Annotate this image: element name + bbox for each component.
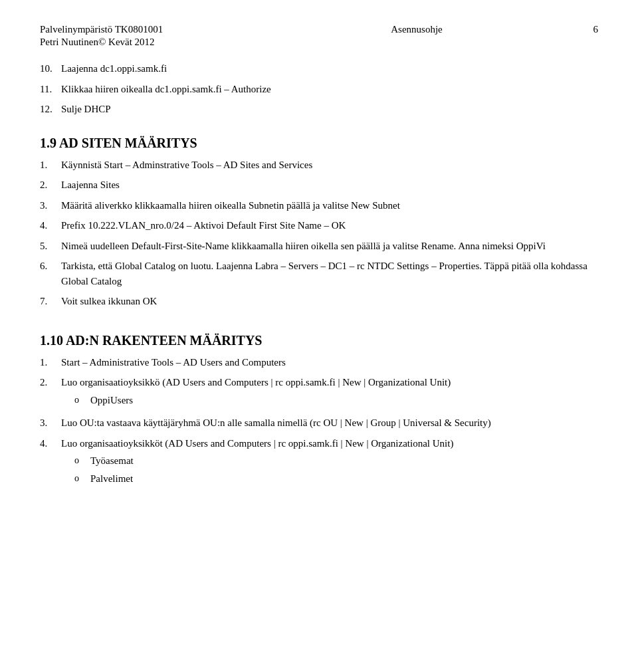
list-item: 1. Start – Administrative Tools – AD Use… <box>40 355 598 370</box>
step-number: 3. <box>40 198 61 213</box>
step-number: 10. <box>40 61 61 76</box>
step-text: Voit sulkea ikkunan OK <box>61 294 598 309</box>
step-number: 1. <box>40 158 61 173</box>
section9b-steps: 1. Käynnistä Start – Adminstrative Tools… <box>40 158 598 309</box>
section10-heading: 1.10 AD:N RAKENTEEN MÄÄRITYS <box>40 333 598 348</box>
step-number: 11. <box>40 82 61 97</box>
step-text: Start – Administrative Tools – AD Users … <box>61 355 598 370</box>
section10-steps: 1. Start – Administrative Tools – AD Use… <box>40 355 598 489</box>
header-table: Palvelinympäristö TK0801001 Asennusohje … <box>40 24 598 48</box>
new-badge: New <box>342 377 361 388</box>
header-page-number: 6 <box>593 24 599 35</box>
step-number: 5. <box>40 239 61 254</box>
step-text: Luo organisaatioyksikköt (AD Users and C… <box>61 436 598 489</box>
step-number: 2. <box>40 375 61 410</box>
sub-list-item: o Palvelimet <box>74 471 598 487</box>
list-item: 1. Käynnistä Start – Adminstrative Tools… <box>40 158 598 173</box>
step-number: 6. <box>40 259 61 288</box>
step-text: Laajenna dc1.oppi.samk.fi <box>61 61 598 76</box>
step-text: Määritä aliverkko klikkaamalla hiiren oi… <box>61 198 598 213</box>
bullet-icon: o <box>74 453 90 469</box>
sub-item-text: OppiUsers <box>90 393 598 408</box>
list-item: 12. Sulje DHCP <box>40 102 598 117</box>
list-item: 5. Nimeä uudelleen Default-First-Site-Na… <box>40 239 598 254</box>
step-number: 4. <box>40 436 61 489</box>
step-number: 12. <box>40 102 61 117</box>
step-text: Nimeä uudelleen Default-First-Site-Name … <box>61 239 598 254</box>
list-item: 3. Luo OU:ta vastaava käyttäjäryhmä OU:n… <box>40 415 598 431</box>
sub-list-item: o Työasemat <box>74 453 598 469</box>
header-col1-line1: Palvelinympäristö TK0801001 <box>40 24 163 35</box>
step-text: Laajenna Sites <box>61 177 598 193</box>
section9-heading: 1.9 AD SITEN MÄÄRITYS <box>40 136 598 151</box>
step-text: Prefix 10.222.VLAN_nro.0/24 – Aktivoi De… <box>61 218 598 233</box>
step-number: 4. <box>40 218 61 233</box>
list-item: 4. Prefix 10.222.VLAN_nro.0/24 – Aktivoi… <box>40 218 598 233</box>
bullet-icon: o <box>74 393 90 408</box>
sub-item-text: Palvelimet <box>90 471 598 487</box>
sub-item-text: Työasemat <box>90 453 598 469</box>
list-item: 4. Luo organisaatioyksikköt (AD Users an… <box>40 436 598 489</box>
list-item: 6. Tarkista, että Global Catalog on luot… <box>40 259 598 288</box>
step-text: Käynnistä Start – Adminstrative Tools – … <box>61 158 598 173</box>
list-item: 11. Klikkaa hiiren oikealla dc1.oppi.sam… <box>40 82 598 97</box>
step-text: Luo OU:ta vastaava käyttäjäryhmä OU:n al… <box>61 415 598 431</box>
step-text: Sulje DHCP <box>61 102 598 117</box>
step-number: 2. <box>40 177 61 193</box>
page: Palvelinympäristö TK0801001 Asennusohje … <box>0 0 638 672</box>
header-col2-line1: Asennusohje <box>391 24 443 35</box>
list-item: 10. Laajenna dc1.oppi.samk.fi <box>40 61 598 76</box>
step-number: 7. <box>40 294 61 309</box>
step-number: 3. <box>40 415 61 431</box>
list-item: 3. Määritä aliverkko klikkaamalla hiiren… <box>40 198 598 213</box>
list-item: 2. Laajenna Sites <box>40 177 598 193</box>
sub-list-item: o OppiUsers <box>74 393 598 408</box>
step-text: Klikkaa hiiren oikealla dc1.oppi.samk.fi… <box>61 82 598 97</box>
bullet-icon: o <box>74 471 90 487</box>
section9-steps: 10. Laajenna dc1.oppi.samk.fi 11. Klikka… <box>40 61 598 117</box>
step-text: Tarkista, että Global Catalog on luotu. … <box>61 259 598 288</box>
step-number: 1. <box>40 355 61 370</box>
sub-list: o OppiUsers <box>74 393 598 408</box>
header-col1-line2: Petri Nuutinen© Kevät 2012 <box>40 37 155 47</box>
sub-list: o Työasemat o Palvelimet <box>74 453 598 486</box>
list-item: 2. Luo organisaatioyksikkö (AD Users and… <box>40 375 598 410</box>
list-item: 7. Voit sulkea ikkunan OK <box>40 294 598 309</box>
step-text: Luo organisaatioyksikkö (AD Users and Co… <box>61 375 598 410</box>
